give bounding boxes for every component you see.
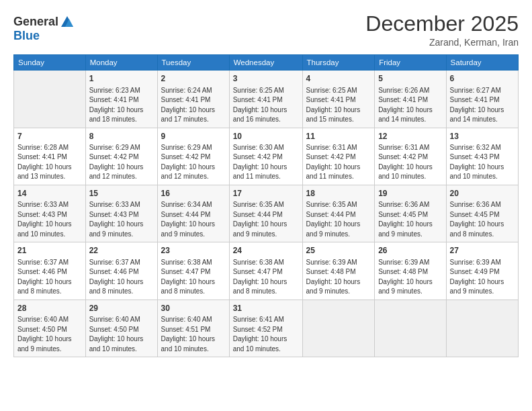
day-number: 25 [306,245,371,257]
logo-text: General Blue [13,15,75,43]
column-header-wednesday: Wednesday [229,55,302,71]
header: General Blue December 2025 Zarand, Kerma… [13,12,519,48]
calendar-cell: 4Sunrise: 6:25 AMSunset: 4:41 PMDaylight… [302,71,375,128]
day-info: Sunrise: 6:39 AMSunset: 4:48 PMDaylight:… [378,258,442,297]
day-info: Sunrise: 6:27 AMSunset: 4:41 PMDaylight:… [450,86,515,125]
column-header-saturday: Saturday [446,55,518,71]
logo-general: General [13,15,58,29]
column-header-tuesday: Tuesday [157,55,229,71]
day-info: Sunrise: 6:32 AMSunset: 4:43 PMDaylight:… [450,143,515,182]
calendar-cell: 16Sunrise: 6:34 AMSunset: 4:44 PMDayligh… [157,185,229,242]
day-number: 6 [450,73,515,85]
calendar-cell: 6Sunrise: 6:27 AMSunset: 4:41 PMDaylight… [446,71,518,128]
day-info: Sunrise: 6:31 AMSunset: 4:42 PMDaylight:… [306,143,371,182]
day-number: 19 [378,188,442,199]
column-header-monday: Monday [85,55,157,71]
day-info: Sunrise: 6:23 AMSunset: 4:41 PMDaylight:… [89,86,154,125]
calendar-cell: 12Sunrise: 6:31 AMSunset: 4:42 PMDayligh… [375,128,446,185]
day-info: Sunrise: 6:37 AMSunset: 4:46 PMDaylight:… [89,258,154,297]
page: General Blue December 2025 Zarand, Kerma… [0,0,532,411]
day-number: 14 [17,188,82,199]
calendar-cell: 25Sunrise: 6:39 AMSunset: 4:48 PMDayligh… [302,242,375,300]
column-header-sunday: Sunday [14,55,86,71]
day-number: 10 [233,131,299,142]
calendar-cell: 1Sunrise: 6:23 AMSunset: 4:41 PMDaylight… [85,71,157,128]
calendar-cell: 29Sunrise: 6:40 AMSunset: 4:50 PMDayligh… [85,300,157,357]
subtitle: Zarand, Kerman, Iran [365,37,519,48]
day-number: 18 [306,188,371,199]
day-number: 24 [233,245,299,257]
calendar-table: SundayMondayTuesdayWednesdayThursdayFrid… [13,54,519,357]
calendar-cell: 7Sunrise: 6:28 AMSunset: 4:41 PMDaylight… [14,128,86,185]
calendar-cell: 20Sunrise: 6:36 AMSunset: 4:45 PMDayligh… [446,185,518,242]
title-area: December 2025 Zarand, Kerman, Iran [365,12,519,48]
day-info: Sunrise: 6:36 AMSunset: 4:45 PMDaylight:… [378,200,442,239]
day-number: 2 [161,73,226,85]
day-number: 8 [89,131,154,142]
day-info: Sunrise: 6:31 AMSunset: 4:42 PMDaylight:… [378,143,442,182]
day-info: Sunrise: 6:40 AMSunset: 4:50 PMDaylight:… [17,315,82,354]
day-number: 5 [378,73,442,85]
day-info: Sunrise: 6:26 AMSunset: 4:41 PMDaylight:… [378,86,442,125]
calendar-cell: 24Sunrise: 6:38 AMSunset: 4:47 PMDayligh… [229,242,302,300]
day-info: Sunrise: 6:41 AMSunset: 4:52 PMDaylight:… [233,315,299,354]
column-header-friday: Friday [375,55,446,71]
day-info: Sunrise: 6:40 AMSunset: 4:50 PMDaylight:… [89,315,154,354]
day-number: 9 [161,131,226,142]
calendar-cell: 3Sunrise: 6:25 AMSunset: 4:41 PMDaylight… [229,71,302,128]
day-info: Sunrise: 6:35 AMSunset: 4:44 PMDaylight:… [233,200,299,239]
day-number: 16 [161,188,226,199]
calendar-cell: 23Sunrise: 6:38 AMSunset: 4:47 PMDayligh… [157,242,229,300]
day-info: Sunrise: 6:33 AMSunset: 4:43 PMDaylight:… [17,200,82,239]
day-info: Sunrise: 6:40 AMSunset: 4:51 PMDaylight:… [161,315,226,354]
day-number: 31 [233,303,299,314]
logo-blue: Blue [13,29,40,42]
day-number: 29 [89,303,154,314]
day-number: 4 [306,73,371,85]
calendar-cell: 10Sunrise: 6:30 AMSunset: 4:42 PMDayligh… [229,128,302,185]
calendar-cell [446,300,518,357]
header-row: SundayMondayTuesdayWednesdayThursdayFrid… [14,55,519,71]
calendar-cell [14,71,86,128]
calendar-cell: 21Sunrise: 6:37 AMSunset: 4:46 PMDayligh… [14,242,86,300]
day-info: Sunrise: 6:34 AMSunset: 4:44 PMDaylight:… [161,200,226,239]
calendar-row: 14Sunrise: 6:33 AMSunset: 4:43 PMDayligh… [14,185,519,242]
calendar-cell: 13Sunrise: 6:32 AMSunset: 4:43 PMDayligh… [446,128,518,185]
calendar-row: 21Sunrise: 6:37 AMSunset: 4:46 PMDayligh… [14,242,519,300]
calendar-cell: 22Sunrise: 6:37 AMSunset: 4:46 PMDayligh… [85,242,157,300]
calendar-cell: 11Sunrise: 6:31 AMSunset: 4:42 PMDayligh… [302,128,375,185]
day-info: Sunrise: 6:38 AMSunset: 4:47 PMDaylight:… [233,258,299,297]
day-info: Sunrise: 6:37 AMSunset: 4:46 PMDaylight:… [17,258,82,297]
day-number: 17 [233,188,299,199]
month-title: December 2025 [365,12,519,36]
day-info: Sunrise: 6:39 AMSunset: 4:48 PMDaylight:… [306,258,371,297]
day-number: 15 [89,188,154,199]
calendar-cell: 9Sunrise: 6:29 AMSunset: 4:42 PMDaylight… [157,128,229,185]
calendar-cell: 26Sunrise: 6:39 AMSunset: 4:48 PMDayligh… [375,242,446,300]
calendar-cell [302,300,375,357]
day-info: Sunrise: 6:24 AMSunset: 4:41 PMDaylight:… [161,86,226,125]
calendar-cell: 14Sunrise: 6:33 AMSunset: 4:43 PMDayligh… [14,185,86,242]
day-number: 22 [89,245,154,257]
day-info: Sunrise: 6:39 AMSunset: 4:49 PMDaylight:… [450,258,515,297]
day-number: 7 [17,131,82,142]
day-number: 13 [450,131,515,142]
day-number: 27 [450,245,515,257]
calendar-cell: 2Sunrise: 6:24 AMSunset: 4:41 PMDaylight… [157,71,229,128]
day-info: Sunrise: 6:29 AMSunset: 4:42 PMDaylight:… [89,143,154,182]
day-number: 26 [378,245,442,257]
calendar-cell: 30Sunrise: 6:40 AMSunset: 4:51 PMDayligh… [157,300,229,357]
day-info: Sunrise: 6:29 AMSunset: 4:42 PMDaylight:… [161,143,226,182]
day-number: 30 [161,303,226,314]
day-info: Sunrise: 6:30 AMSunset: 4:42 PMDaylight:… [233,143,299,182]
day-number: 3 [233,73,299,85]
calendar-cell: 18Sunrise: 6:35 AMSunset: 4:44 PMDayligh… [302,185,375,242]
calendar-cell: 31Sunrise: 6:41 AMSunset: 4:52 PMDayligh… [229,300,302,357]
day-number: 1 [89,73,154,85]
calendar-cell: 15Sunrise: 6:33 AMSunset: 4:43 PMDayligh… [85,185,157,242]
logo-icon [60,15,75,30]
calendar-cell: 19Sunrise: 6:36 AMSunset: 4:45 PMDayligh… [375,185,446,242]
day-number: 20 [450,188,515,199]
calendar-cell: 5Sunrise: 6:26 AMSunset: 4:41 PMDaylight… [375,71,446,128]
calendar-cell [375,300,446,357]
